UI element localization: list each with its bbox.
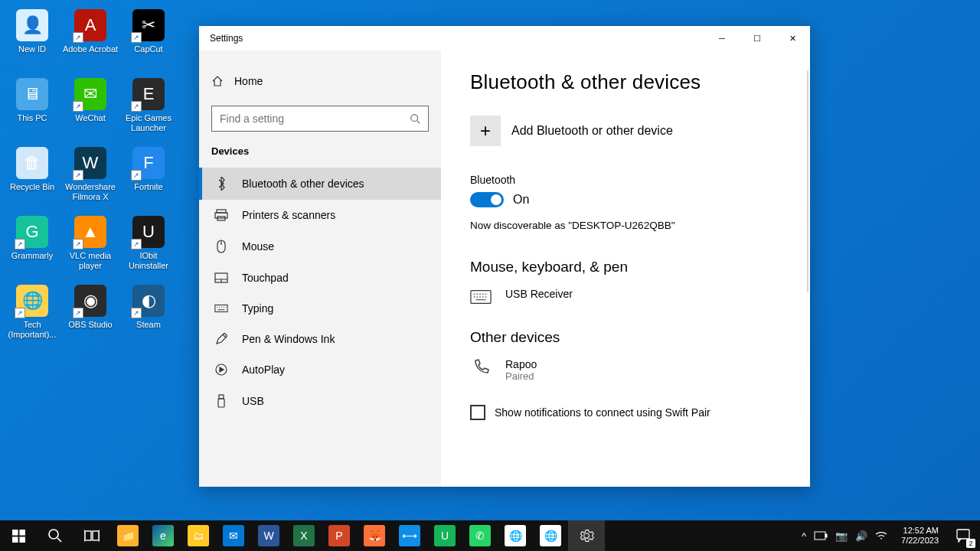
swift-pair-label: Show notifications to connect using Swif… (495, 406, 710, 419)
desktop-icon[interactable]: ✂↗CapCut (119, 6, 178, 75)
taskbar-left: 📁 e 🗂 ✉ W X P 🦊 ⟷ U ✆ 🌐 🌐 (0, 520, 605, 551)
device-usb-receiver[interactable]: USB Receiver (470, 288, 786, 306)
usb-icon (214, 394, 228, 408)
svg-rect-13 (12, 536, 18, 543)
desktop-icon[interactable]: A↗Adobe Acrobat (61, 6, 119, 75)
mkp-heading: Mouse, keyboard, & pen (470, 259, 786, 276)
taskbar-app-whatsapp[interactable]: ✆ (462, 520, 498, 551)
desktop-icon[interactable]: E↗Epic Games Launcher (119, 75, 178, 144)
tray-wifi-icon[interactable] (875, 531, 887, 540)
icon-label: Epic Games Launcher (119, 113, 178, 132)
desktop-icon[interactable]: 👤New ID (3, 6, 61, 75)
main-panel: Bluetooth & other devices + Add Bluetoot… (441, 51, 810, 487)
tray-meet-icon[interactable]: 📷 (835, 530, 848, 542)
nav-item-bt[interactable]: Bluetooth & other devices (199, 168, 441, 200)
nav-label: Pen & Windows Ink (242, 333, 335, 345)
desktop-icon[interactable]: ▲↗VLC media player (61, 213, 119, 282)
taskbar-app-fileexplorer[interactable]: 🗂 (181, 520, 216, 551)
desktop-icon[interactable]: W↗Wondershare Filmora X (61, 144, 119, 213)
tray-volume-icon[interactable]: 🔊 (855, 530, 867, 542)
desktop-icon[interactable]: ◐↗Steam (119, 282, 178, 350)
app-icon: 🖥 (16, 78, 48, 110)
app-icon: ✂↗ (132, 9, 165, 41)
nav-item-usb[interactable]: USB (199, 385, 441, 417)
taskbar-app-explorer[interactable]: 📁 (110, 520, 145, 551)
window-body: Home Devices Bluetooth & other devicesPr… (199, 51, 810, 487)
add-device-button[interactable]: + Add Bluetooth or other device (470, 116, 786, 146)
svg-rect-9 (218, 399, 224, 407)
desktop-icon[interactable]: U↗IObit Uninstaller (119, 213, 178, 282)
svg-point-0 (411, 115, 418, 122)
nav-item-mouse[interactable]: Mouse (199, 230, 441, 262)
taskbar-app-powerpoint[interactable]: P (322, 520, 357, 551)
taskbar: 📁 e 🗂 ✉ W X P 🦊 ⟷ U ✆ 🌐 🌐 ^ 📷 🔊 12:52 AM… (0, 520, 980, 551)
svg-rect-17 (93, 531, 99, 540)
desktop-icon[interactable]: G↗Grammarly (3, 213, 61, 282)
minimize-button[interactable]: ─ (704, 26, 740, 51)
system-tray[interactable]: ^ 📷 🔊 (795, 530, 893, 542)
keyboard-icon (214, 304, 228, 313)
home-link[interactable]: Home (199, 69, 441, 93)
search-input[interactable] (220, 112, 410, 125)
time: 12:52 AM (901, 526, 939, 536)
nav-item-printer[interactable]: Printers & scanners (199, 200, 441, 230)
icon-label: Wondershare Filmora X (61, 182, 119, 201)
settings-window: Settings ─ ☐ ✕ Home Devices Bluetooth & … (199, 26, 810, 487)
sidebar: Home Devices Bluetooth & other devicesPr… (199, 51, 441, 487)
desktop-icon[interactable]: ✉↗WeChat (61, 75, 119, 144)
nav-item-autoplay[interactable]: AutoPlay (199, 354, 441, 385)
tray-chevron-up-icon[interactable]: ^ (802, 530, 806, 542)
close-button[interactable]: ✕ (775, 26, 810, 51)
app-icon: 👤 (16, 9, 48, 41)
desktop-icon[interactable]: 🗑Recycle Bin (3, 144, 61, 213)
desktop: 👤New IDA↗Adobe Acrobat✂↗CapCut🖥This PC✉↗… (0, 0, 199, 357)
icon-label: WeChat (75, 113, 106, 123)
app-icon: ✉↗ (74, 78, 106, 110)
tray-battery-icon[interactable] (814, 531, 828, 540)
nav-item-touchpad[interactable]: Touchpad (199, 262, 441, 293)
phone-icon (470, 358, 492, 377)
bluetooth-state: On (513, 193, 529, 207)
maximize-button[interactable]: ☐ (740, 26, 775, 51)
icon-label: New ID (18, 44, 46, 54)
bluetooth-toggle[interactable] (470, 192, 504, 207)
desktop-icon[interactable]: 🌐↗Tech (Important)... (3, 282, 61, 350)
swift-pair-checkbox-row: Show notifications to connect using Swif… (470, 405, 786, 420)
svg-rect-18 (815, 532, 825, 540)
icon-label: CapCut (134, 44, 162, 54)
taskbar-app-teamviewer[interactable]: ⟷ (392, 520, 427, 551)
taskbar-app-mail[interactable]: ✉ (216, 520, 251, 551)
device-name: Rapoo (505, 358, 537, 370)
nav-item-keyboard[interactable]: Typing (199, 293, 441, 324)
clock[interactable]: 12:52 AM 7/22/2023 (893, 526, 946, 546)
icon-label: OBS Studio (68, 320, 112, 330)
touchpad-icon (214, 272, 228, 283)
desktop-icon[interactable]: 🖥This PC (3, 75, 61, 144)
mouse-icon (214, 240, 228, 253)
taskbar-app-firefox[interactable]: 🦊 (357, 520, 392, 551)
icon-label: Steam (136, 320, 161, 330)
device-rapoo[interactable]: Rapoo Paired (470, 358, 786, 382)
task-view-button[interactable] (74, 520, 110, 551)
swift-pair-checkbox[interactable] (470, 405, 485, 420)
nav-item-pen[interactable]: Pen & Windows Ink (199, 324, 441, 354)
category-label: Devices (199, 145, 441, 168)
scrollbar[interactable] (807, 70, 808, 292)
pen-icon (214, 333, 228, 345)
action-center-button[interactable]: 2 (946, 520, 980, 551)
desktop-icon[interactable]: ◉↗OBS Studio (61, 282, 119, 350)
taskbar-app-chrome[interactable]: 🌐 (498, 520, 533, 551)
desktop-icon[interactable]: F↗Fortnite (119, 144, 178, 213)
taskbar-app-iobit[interactable]: U (427, 520, 462, 551)
search-button[interactable] (37, 520, 74, 551)
nav-label: AutoPlay (242, 364, 285, 376)
window-title: Settings (199, 33, 243, 44)
taskbar-app-edge[interactable]: e (145, 520, 181, 551)
taskbar-app-word[interactable]: W (251, 520, 286, 551)
taskbar-app-excel[interactable]: X (286, 520, 322, 551)
app-icon: 🗑 (16, 147, 48, 179)
taskbar-app-settings[interactable] (568, 520, 605, 551)
start-button[interactable] (0, 520, 37, 551)
search-box[interactable] (211, 106, 429, 132)
taskbar-app-chrome2[interactable]: 🌐 (533, 520, 568, 551)
